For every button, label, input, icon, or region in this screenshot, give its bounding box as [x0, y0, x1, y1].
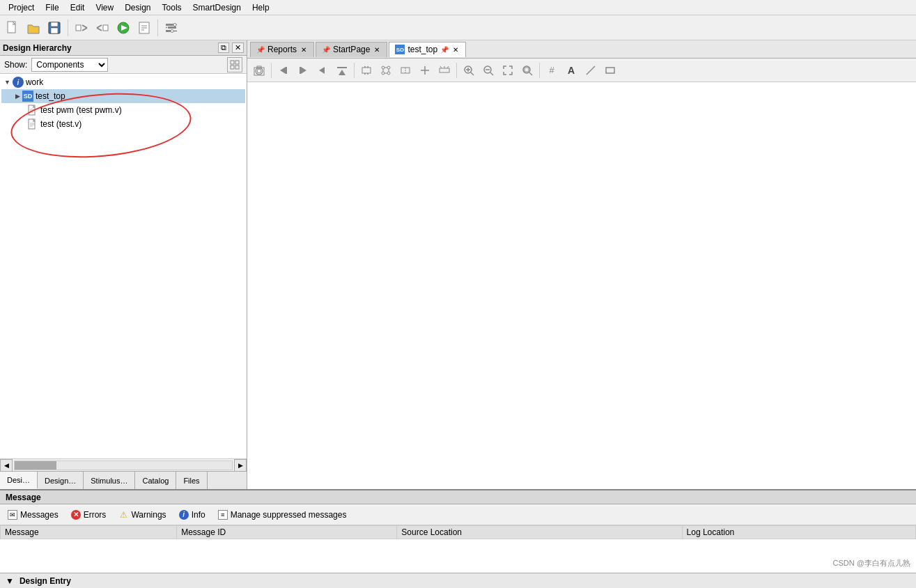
messages-btn[interactable]: ✉ Messages: [4, 508, 62, 522]
editor-canvas: [247, 82, 916, 489]
prev-btn[interactable]: [274, 61, 293, 79]
right-panel: 📌 Reports ✕ 📌 StartPage ✕ SD test_top 📌 …: [247, 40, 916, 489]
tab-label-reports: Reports: [267, 45, 297, 54]
tab-design2[interactable]: Design…: [38, 472, 84, 489]
info-label: Info: [192, 510, 205, 520]
statusbar: ▼ Design Entry: [0, 573, 916, 588]
info-icon: i: [179, 510, 189, 520]
tab-close-test-top[interactable]: ✕: [451, 46, 460, 54]
zoom-in-btn[interactable]: [460, 61, 478, 79]
next-btn[interactable]: [294, 61, 312, 79]
svg-rect-64: [440, 68, 449, 72]
grid-btn[interactable]: #: [543, 61, 561, 79]
split-btn[interactable]: [396, 61, 414, 79]
menu-edit[interactable]: Edit: [65, 1, 91, 14]
new-file-btn[interactable]: [3, 18, 22, 38]
panel-header: Design Hierarchy ⧉ ✕: [0, 40, 247, 56]
tree-arrow-work[interactable]: ▼: [4, 79, 10, 86]
file-icon-pwm: [26, 104, 39, 116]
tree-arrow-test-top[interactable]: ▶: [15, 93, 20, 100]
camera-btn[interactable]: [250, 61, 268, 79]
component-add-btn[interactable]: [357, 61, 375, 79]
tree-item-work[interactable]: ▼ i work: [1, 75, 245, 89]
tab-files[interactable]: Files: [176, 472, 207, 489]
tab-stimulus[interactable]: Stimulus…: [84, 472, 135, 489]
tab-pin-reports[interactable]: 📌: [256, 46, 265, 54]
net2-btn[interactable]: [416, 61, 434, 79]
zoom-sel-btn[interactable]: [518, 61, 536, 79]
scroll-right-btn[interactable]: ▶: [234, 459, 247, 472]
tree-area[interactable]: ▼ i work ▶ SD test_top: [0, 74, 247, 458]
svg-marker-46: [339, 70, 346, 75]
text-btn[interactable]: A: [562, 61, 580, 79]
tree-item-test[interactable]: test (test.v): [1, 117, 245, 131]
tab-close-startpage[interactable]: ✕: [373, 46, 381, 54]
left-tabs: Desi… Design… Stimulus… Catalog Files: [0, 471, 247, 489]
menu-design[interactable]: Design: [119, 1, 156, 14]
tab-pin-startpage[interactable]: 📌: [322, 46, 330, 54]
svg-line-78: [587, 66, 595, 75]
svg-rect-47: [362, 68, 371, 73]
svg-rect-3: [51, 28, 58, 33]
panel-icon-btn[interactable]: [227, 57, 242, 72]
svg-line-9: [97, 28, 102, 31]
save-btn[interactable]: [45, 18, 64, 38]
tab-close-reports[interactable]: ✕: [300, 46, 308, 54]
suppressed-btn[interactable]: ≡ Manage suppressed messages: [215, 508, 350, 522]
svg-line-76: [529, 72, 532, 75]
back-btn[interactable]: [313, 61, 332, 79]
svg-point-55: [387, 72, 390, 75]
tree-scrollbar[interactable]: ◀ ▶: [0, 458, 247, 471]
run-btn[interactable]: [114, 18, 133, 38]
tab-pin-test-top[interactable]: 📌: [440, 46, 449, 54]
tree-label-test-top: test_top: [36, 91, 65, 101]
warnings-icon: ⚠: [118, 510, 128, 520]
hscroll-thumb[interactable]: [15, 461, 56, 470]
hscroll-track[interactable]: [14, 461, 233, 470]
warnings-btn[interactable]: ⚠ Warnings: [115, 508, 169, 522]
scroll-left-btn[interactable]: ◀: [0, 459, 13, 472]
bus-btn[interactable]: [435, 61, 453, 79]
build1-btn[interactable]: [72, 18, 91, 38]
main-toolbar: [0, 15, 916, 40]
svg-rect-27: [235, 65, 239, 69]
menu-file[interactable]: File: [40, 1, 64, 14]
warnings-label: Warnings: [131, 510, 166, 520]
panel-close-btn[interactable]: ✕: [232, 42, 244, 53]
open-btn[interactable]: [24, 18, 43, 38]
zoom-out-btn[interactable]: [479, 61, 497, 79]
build2-btn[interactable]: [93, 18, 112, 38]
tab-label-startpage: StartPage: [333, 45, 370, 54]
tree-item-test-pwm[interactable]: test pwm (test pwm.v): [1, 103, 245, 117]
menu-help[interactable]: Help: [247, 1, 275, 14]
tree-item-test-top[interactable]: ▶ SD test_top: [1, 89, 245, 103]
menu-view[interactable]: View: [90, 1, 119, 14]
panel-restore-btn[interactable]: ⧉: [218, 42, 229, 53]
info-btn[interactable]: i Info: [176, 508, 209, 522]
rect-btn[interactable]: [601, 61, 619, 79]
statusbar-text: Design Entry: [20, 576, 71, 586]
panel-title: Design Hierarchy: [3, 43, 72, 53]
errors-btn[interactable]: ✕ Errors: [68, 508, 110, 522]
col-log-location: Log Location: [682, 526, 915, 539]
fit-btn[interactable]: [499, 61, 517, 79]
messages-icon: ✉: [8, 510, 17, 520]
menu-project[interactable]: Project: [3, 1, 40, 14]
tree-label-test: test (test.v): [40, 119, 81, 129]
show-select[interactable]: Components Modules Packages: [31, 58, 108, 72]
line-btn[interactable]: [582, 61, 600, 79]
menu-tools[interactable]: Tools: [157, 1, 187, 14]
report-btn[interactable]: [134, 18, 154, 38]
suppressed-icon: ≡: [218, 510, 228, 520]
tab-startpage[interactable]: 📌 StartPage ✕: [316, 42, 387, 57]
tab-desi[interactable]: Desi…: [0, 472, 38, 489]
tab-test-top[interactable]: SD test_top 📌 ✕: [389, 42, 466, 57]
config-btn[interactable]: [162, 18, 181, 38]
net-btn[interactable]: [377, 61, 395, 79]
jump-btn[interactable]: [333, 61, 351, 79]
tab-reports[interactable]: 📌 Reports ✕: [250, 42, 314, 57]
message-panel-title: Message: [0, 490, 916, 504]
tab-catalog[interactable]: Catalog: [135, 472, 176, 489]
menu-smartdesign[interactable]: SmartDesign: [187, 1, 247, 14]
left-panel: Design Hierarchy ⧉ ✕ Show: Components Mo…: [0, 40, 247, 489]
